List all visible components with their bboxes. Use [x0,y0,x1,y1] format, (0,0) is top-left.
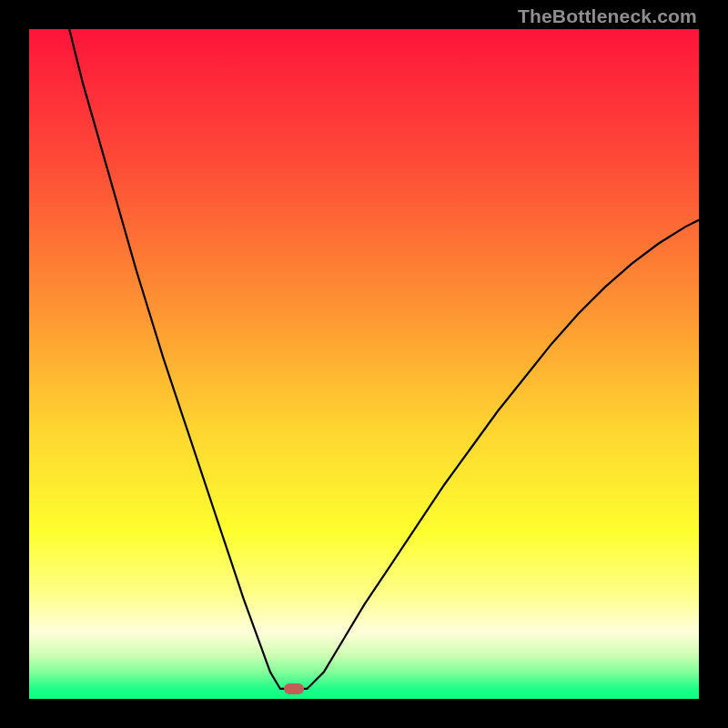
optimum-marker [284,683,304,694]
plot-area [29,29,699,699]
outer-frame: TheBottleneck.com [0,0,728,728]
bottleneck-curve [29,29,699,699]
watermark-text: TheBottleneck.com [518,5,697,27]
